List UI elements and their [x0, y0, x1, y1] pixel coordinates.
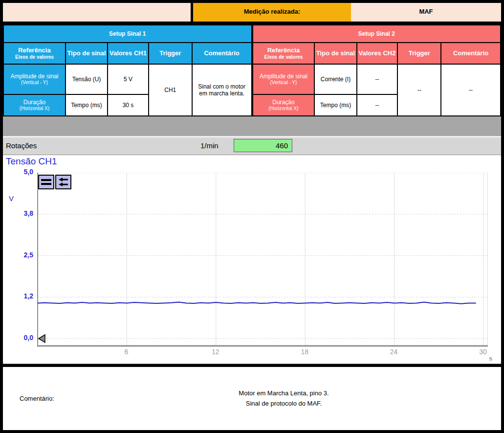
- top-banner: Medição realizada: MAF: [3, 3, 501, 22]
- measurement-report-page: Medição realizada: MAF Setup Sinal 1 Ref…: [0, 0, 504, 433]
- setup2-header-tipo: Tipo de sinal: [314, 43, 356, 64]
- rotations-unit: 1/min: [200, 141, 219, 150]
- setup2-row1-referencia: Amplitude de sinal (Vertical - Y): [253, 64, 315, 94]
- setup2-row1-valor: --: [357, 64, 398, 94]
- setup-signal-1-table: Setup Sinal 1 Referência Eixos de valore…: [3, 24, 252, 116]
- setup1-header-trigger: Trigger: [149, 43, 192, 64]
- measurement-value: MAF: [351, 3, 501, 22]
- setup2-header-comentario: Comentário: [441, 43, 501, 64]
- cursor-lines-button[interactable]: [38, 175, 54, 189]
- signal-trace: [38, 302, 476, 303]
- setup1-header-comentario: Comentário: [192, 43, 252, 64]
- setup2-row2-referencia: Duração (Horizontal X): [253, 94, 315, 116]
- setup1-header-tipo: Tipo de sinal: [66, 43, 108, 64]
- y-tick-label: 1,2: [3, 292, 33, 300]
- plot-toolbar: [38, 175, 71, 189]
- setup1-trigger-value: CH1: [149, 64, 192, 116]
- setup2-row2-tipo: Tempo (ms): [314, 94, 356, 116]
- measurement-label: Medição realizada:: [191, 3, 351, 22]
- trigger-level-marker[interactable]: [39, 335, 45, 342]
- comment-section: Comentário: Motor em Marcha Lenta, pino …: [3, 367, 501, 430]
- setup2-header-trigger: Trigger: [397, 43, 441, 64]
- y-tick-label: 0,0: [3, 334, 33, 342]
- comment-line-2: Sinal de protocolo do MAF.: [66, 399, 501, 409]
- rotations-bar: Rotações 1/min 460: [3, 136, 501, 155]
- setup2-row2-valor: --: [357, 94, 398, 116]
- x-tick-label: 24: [384, 348, 404, 356]
- setup2-trigger-value: --: [397, 64, 441, 116]
- setup-signal-2-table: Setup Sinal 2 Referência Eixos de valore…: [252, 24, 502, 116]
- toolbar-band: [3, 115, 501, 136]
- comment-text: Motor em Marcha Lenta, pino 3. Sinal de …: [66, 388, 501, 408]
- y-tick-label: 2,5: [3, 251, 33, 259]
- setup1-header-valores: Valores CH1: [108, 43, 149, 64]
- y-tick-label: 3,8: [3, 209, 33, 217]
- horizontal-lines-icon: [41, 177, 52, 187]
- x-tick-label: 12: [206, 348, 225, 356]
- rotations-value-readout: 460: [234, 139, 292, 152]
- comment-label: Comentário:: [3, 395, 66, 402]
- oscilloscope-plot: [37, 173, 488, 347]
- y-tick-label: 5,0: [3, 168, 33, 176]
- setup1-row2-tipo: Tempo (ms): [66, 94, 108, 116]
- setup1-header-referencia: Referência Eixos de valores: [3, 43, 66, 64]
- setup2-row1-tipo: Corrente (I): [314, 64, 356, 94]
- setup1-comment-value: Sinal com o motor em marcha lenta.: [192, 64, 252, 116]
- comment-line-1: Motor em Marcha Lenta, pino 3.: [66, 388, 501, 398]
- setup1-row1-valor: 5 V: [108, 64, 149, 94]
- chart-panel: Tensão CH1 V 5,03,82,51,20,0612182430s: [3, 155, 501, 364]
- setup-tables: Setup Sinal 1 Referência Eixos de valore…: [3, 24, 501, 115]
- setup2-comment-value: --: [441, 64, 501, 116]
- move-cursors-button[interactable]: [55, 175, 71, 189]
- x-tick-label: 6: [116, 348, 136, 356]
- chart-title: Tensão CH1: [6, 156, 57, 167]
- banner-spacer: [3, 3, 191, 22]
- setup1-row1-referencia: Amplitude de sinal (Vertical - Y): [3, 64, 66, 94]
- setup1-row2-valor: 30 s: [108, 94, 149, 116]
- rotations-label: Rotações: [6, 141, 37, 150]
- left-arrows-icon: [58, 177, 69, 187]
- x-tick-label: 18: [295, 348, 314, 356]
- setup1-row1-tipo: Tensão (U): [66, 64, 108, 94]
- x-axis-unit-label: s: [489, 355, 492, 362]
- y-axis-unit-label: V: [9, 194, 14, 203]
- setup2-header-valores: Valores CH2: [357, 43, 398, 64]
- setup2-title: Setup Sinal 2: [253, 25, 501, 43]
- setup1-row2-referencia: Duração (Horizontal X): [3, 94, 66, 116]
- setup1-title: Setup Sinal 1: [3, 25, 252, 43]
- setup2-header-referencia: Referência Eixos de valores: [253, 43, 315, 64]
